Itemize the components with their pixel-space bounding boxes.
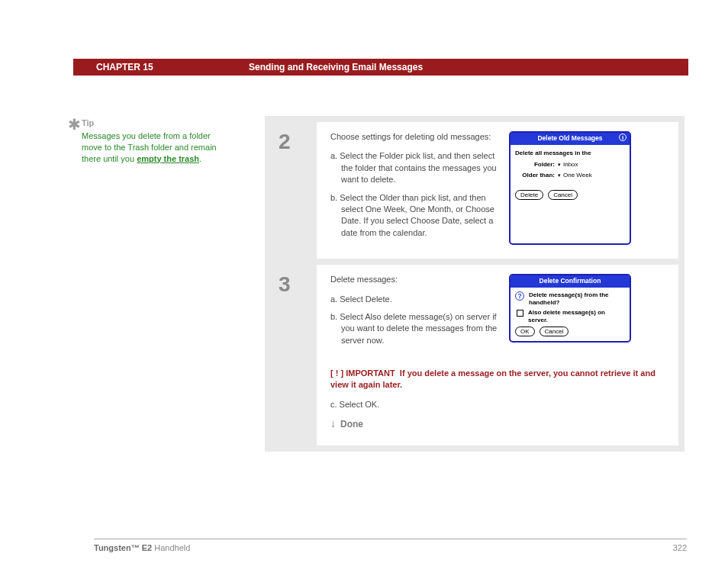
confirm-question: Delete message(s) from the handheld? xyxy=(529,291,625,306)
step-number: 2 xyxy=(271,122,317,259)
step-3-lower: [ ! ] IMPORTANT If you delete a message … xyxy=(330,368,662,432)
delete-confirmation-dialog: Delete Confirmation ? Delete message(s) … xyxy=(509,274,631,343)
tip-text-after: . xyxy=(199,154,201,163)
step-3-c: c. Select OK. xyxy=(330,399,662,410)
page-footer: Tungsten™ E2 Handheld 322 xyxy=(94,543,687,552)
folder-label: Folder: xyxy=(515,160,558,169)
checkbox-label: Also delete message(s) on server. xyxy=(528,309,625,323)
cancel-button[interactable]: Cancel xyxy=(540,327,569,336)
dialog-line1: Delete all messages in the xyxy=(515,149,625,157)
dialog-title: Delete Confirmation xyxy=(511,275,630,288)
step-2-text: Choose settings for deleting old message… xyxy=(330,131,498,245)
chevron-down-icon: ▾ xyxy=(558,172,561,179)
asterisk-icon: ✱ xyxy=(68,114,81,135)
delete-old-messages-dialog: Delete Old Messages i Delete all message… xyxy=(509,131,631,245)
empty-trash-link[interactable]: empty the trash xyxy=(137,154,199,163)
step-3: 3 Delete messages: a. Select Delete. b. … xyxy=(271,265,678,446)
tip-label: Tip xyxy=(82,117,219,129)
step-3-intro: Delete messages: xyxy=(330,274,498,285)
dialog-title: Delete Old Messages i xyxy=(511,133,630,145)
step-3-text: Delete messages: a. Select Delete. b. Se… xyxy=(330,274,498,352)
older-than-label: Older than: xyxy=(515,171,558,179)
step-2-a: a. Select the Folder pick list, and then… xyxy=(330,150,498,185)
cancel-button[interactable]: Cancel xyxy=(548,190,578,200)
tip-text: Messages you delete from a folder move t… xyxy=(82,130,219,165)
info-icon[interactable]: i xyxy=(619,134,627,141)
folder-picklist[interactable]: ▾Inbox xyxy=(558,160,578,169)
chevron-down-icon: ▾ xyxy=(558,161,561,169)
done-label: Done xyxy=(340,418,363,431)
steps-container: 2 Choose settings for deleting old messa… xyxy=(265,116,685,452)
important-tag: [ ! ] IMPORTANT xyxy=(330,368,395,378)
ok-button[interactable]: OK xyxy=(515,327,535,336)
footer-rule xyxy=(94,539,687,539)
step-number: 3 xyxy=(271,265,317,446)
step-2-b: b. Select the Older than pick list, and … xyxy=(330,192,498,240)
delete-button[interactable]: Delete xyxy=(515,190,543,200)
step-2: 2 Choose settings for deleting old messa… xyxy=(271,122,678,259)
step-3-a: a. Select Delete. xyxy=(330,294,498,305)
older-than-picklist[interactable]: ▾One Week xyxy=(558,171,592,179)
chapter-label: CHAPTER 15 xyxy=(96,62,249,72)
tip-sidebar: ✱ Tip Messages you delete from a folder … xyxy=(82,117,219,164)
chapter-header-bar: CHAPTER 15 Sending and Receiving Email M… xyxy=(73,59,688,76)
product-name: Tungsten™ E2 Handheld xyxy=(94,543,190,552)
down-arrow-icon: ↓ xyxy=(330,417,336,432)
question-icon: ? xyxy=(515,291,524,301)
chapter-title: Sending and Receiving Email Messages xyxy=(249,62,423,72)
done-row: ↓ Done xyxy=(330,417,662,432)
step-3-b: b. Select Also delete message(s) on serv… xyxy=(330,311,498,346)
step-2-intro: Choose settings for deleting old message… xyxy=(330,131,498,143)
also-delete-checkbox[interactable] xyxy=(517,310,523,317)
page-number: 322 xyxy=(673,543,687,552)
